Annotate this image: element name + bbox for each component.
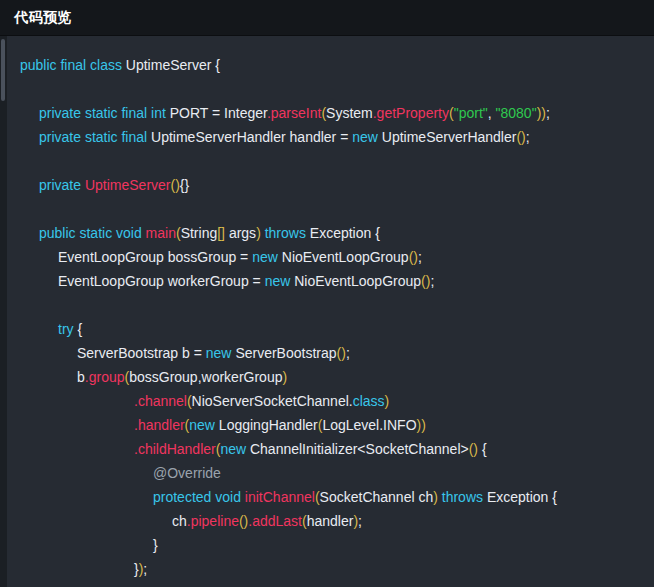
code-token-plain: Exception { — [310, 225, 380, 241]
code-token-pun: () — [337, 345, 346, 361]
code-token-pun: () — [239, 513, 248, 529]
code-token-plain: ; — [346, 345, 350, 361]
code-token-plain: NioEventLoopGroup — [294, 273, 421, 289]
code-token-plain: bossGroup,workerGroup — [129, 369, 282, 385]
code-line: } — [7, 533, 654, 557]
code-token-plain: SocketChannel ch — [320, 489, 434, 505]
code-token-kw: new — [265, 273, 295, 289]
code-token-fn: .getProperty — [373, 105, 449, 121]
code-token-kw: try — [58, 321, 77, 337]
code-token-plain: {} — [180, 177, 189, 193]
code-token-kw: new — [220, 441, 250, 457]
code-token-plain: UptimeServer { — [126, 57, 220, 73]
code-token-plain: ChannelInitializer<SocketChannel> — [250, 441, 469, 457]
code-line: private static final int PORT = Integer.… — [7, 101, 654, 125]
code-token-kw: private — [39, 177, 85, 193]
code-preview-window: 代码预览 public final class UptimeServer {pr… — [0, 0, 654, 587]
code-line: .handler(new LoggingHandler(LogLevel.INF… — [7, 413, 654, 437]
code-line: .childHandler(new ChannelInitializer<Soc… — [7, 437, 654, 461]
code-token-plain: ; — [430, 273, 434, 289]
code-token-plain: ; — [358, 513, 362, 529]
code-token-plain: EventLoopGroup workerGroup = — [58, 273, 265, 289]
code-line: private UptimeServer(){} — [7, 173, 654, 197]
code-token-pun: () — [421, 273, 430, 289]
code-token-pun: () — [171, 177, 180, 193]
code-token-str: "port" — [454, 105, 488, 121]
code-token-plain: ; — [143, 561, 147, 577]
code-token-kw: protected void — [153, 489, 245, 505]
code-line: ch.pipeline().addLast(handler); — [7, 509, 654, 533]
code-token-plain: b — [77, 369, 85, 385]
code-token-plain: LogLevel.INFO — [322, 417, 416, 433]
code-line: EventLoopGroup workerGroup = new NioEven… — [7, 269, 654, 293]
code-token-plain: ch — [172, 513, 187, 529]
code-token-plain: ; — [546, 105, 550, 121]
code-token-plain: Exception { — [487, 489, 557, 505]
code-token-plain: ; — [418, 249, 422, 265]
code-line — [7, 197, 654, 221]
vertical-scrollbar[interactable] — [0, 36, 7, 587]
code-line: @Override — [7, 461, 654, 485]
code-token-plain: ServerBootstrap b = — [77, 345, 206, 361]
code-panel: public final class UptimeServer {private… — [0, 36, 654, 587]
code-token-plain: String — [181, 225, 218, 241]
code-token-pun: () — [409, 249, 418, 265]
code-token-fn: UptimeServer — [85, 177, 171, 193]
code-token-kw: private static final int — [39, 105, 170, 121]
code-line: .channel(NioServerSocketChannel.class) — [7, 389, 654, 413]
code-token-plain: System — [326, 105, 373, 121]
code-token-pun: () — [469, 441, 478, 457]
code-token-plain: { — [478, 441, 487, 457]
code-token-kw: new — [352, 129, 382, 145]
code-token-fn: main — [146, 225, 176, 241]
code-token-pun: [] — [217, 225, 225, 241]
code-token-pun: () — [516, 129, 525, 145]
code-line: }); — [7, 557, 654, 581]
code-line — [7, 149, 654, 173]
code-token-kw: new — [206, 345, 236, 361]
code-token-pun: )) — [537, 105, 546, 121]
code-token-fn: .addLast — [248, 513, 302, 529]
code-token-kw: new — [189, 417, 219, 433]
code-token-fn: .group — [85, 369, 125, 385]
code-token-plain: { — [77, 321, 82, 337]
code-token-kw: throws — [442, 489, 487, 505]
code-line: b.group(bossGroup,workerGroup) — [7, 365, 654, 389]
code-line: try { — [7, 317, 654, 341]
code-token-kw: class — [353, 393, 385, 409]
code-line — [7, 77, 654, 101]
code-token-plain: args — [225, 225, 256, 241]
code-line: EventLoopGroup bossGroup = new NioEventL… — [7, 245, 654, 269]
code-token-fn: initChannel — [245, 489, 315, 505]
code-token-plain: ; — [526, 129, 530, 145]
code-token-fn: .childHandler — [134, 441, 216, 457]
code-line: ServerBootstrap b = new ServerBootstrap(… — [7, 341, 654, 365]
code-line: private static final UptimeServerHandler… — [7, 125, 654, 149]
code-token-plain: ServerBootstrap — [235, 345, 336, 361]
code-token-plain: handler — [307, 513, 354, 529]
code-token-kw: private static final — [39, 129, 151, 145]
code-token-plain: NioEventLoopGroup — [282, 249, 409, 265]
code-token-plain: LoggingHandler — [219, 417, 318, 433]
code-token-fn: .pipeline — [187, 513, 239, 529]
code-block: public final class UptimeServer {private… — [7, 36, 654, 587]
code-token-kw: public final class — [20, 57, 126, 73]
code-token-fn: .parseInt — [267, 105, 321, 121]
code-line: protected void initChannel(SocketChannel… — [7, 485, 654, 509]
code-token-kw: throws — [265, 225, 310, 241]
code-token-plain: , — [488, 105, 496, 121]
code-line: public static void main(String[] args) t… — [7, 221, 654, 245]
code-token-plain: PORT = Integer — [170, 105, 267, 121]
code-token-kw: public static void — [39, 225, 146, 241]
code-token-pun: )) — [417, 417, 426, 433]
code-token-fn: .handler — [134, 417, 185, 433]
code-token-str: "8080" — [496, 105, 537, 121]
code-line: public final class UptimeServer { — [7, 53, 654, 77]
scrollbar-thumb[interactable] — [1, 39, 5, 101]
code-token-fn: .channel — [134, 393, 187, 409]
code-token-plain: NioServerSocketChannel. — [192, 393, 353, 409]
code-token-plain: UptimeServerHandler — [382, 129, 517, 145]
code-token-ann: @Override — [153, 465, 221, 481]
page-title: 代码预览 — [14, 9, 72, 27]
code-token-plain: } — [153, 537, 158, 553]
